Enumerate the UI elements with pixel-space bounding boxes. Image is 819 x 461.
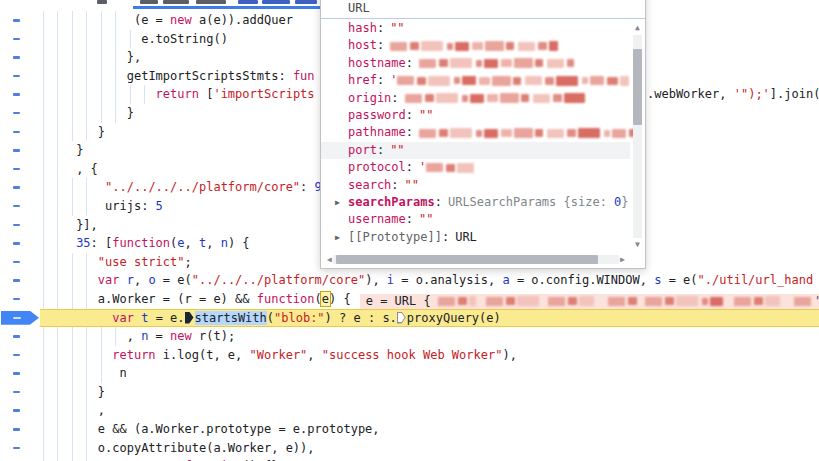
scrollbar-thumb[interactable]	[633, 49, 642, 125]
breakpoint-gutter[interactable]	[0, 234, 40, 253]
code-line-content[interactable]: n	[40, 364, 819, 383]
expand-arrow-icon[interactable]: ▶	[335, 194, 348, 211]
breakpoint-gutter[interactable]	[0, 290, 40, 309]
gutter-dash[interactable]	[13, 93, 20, 96]
gutter-dash[interactable]	[13, 335, 20, 338]
property-value: URL	[455, 229, 477, 246]
execution-line[interactable]: var t = e.startsWith("blob:") ? e : s.pr…	[0, 309, 819, 328]
breakpoint-gutter[interactable]	[0, 104, 40, 123]
code-line-content[interactable]: , n = new r(t);	[40, 327, 819, 346]
breakpoint-gutter[interactable]	[0, 271, 40, 290]
property-row: pathname:	[321, 124, 630, 141]
breakpoint-gutter[interactable]	[0, 309, 40, 328]
gutter-dash[interactable]	[13, 56, 20, 59]
gutter-dash[interactable]	[13, 261, 20, 264]
inline-breakpoint-icon-filled[interactable]	[185, 312, 194, 324]
property-name: port	[348, 142, 377, 159]
gutter-dash[interactable]	[13, 372, 20, 375]
breakpoint-gutter[interactable]	[0, 141, 40, 160]
breakpoint-gutter[interactable]	[0, 178, 40, 197]
breakpoint-gutter[interactable]	[0, 48, 40, 67]
indent-guide	[72, 383, 73, 402]
code-line-content[interactable]: }	[40, 383, 819, 402]
code-line-content[interactable]: ,	[40, 401, 819, 420]
gutter-dash[interactable]	[13, 38, 20, 41]
gutter-dash[interactable]	[13, 298, 20, 301]
code-line[interactable]: return i.log(t, e, "Worker", "success ho…	[0, 346, 819, 365]
breakpoint-gutter[interactable]	[0, 346, 40, 365]
indent-guide	[43, 48, 44, 67]
breakpoint-gutter[interactable]	[0, 160, 40, 179]
breakpoint-gutter[interactable]	[0, 216, 40, 235]
breakpoint-gutter[interactable]	[0, 85, 40, 104]
gutter-dash[interactable]	[13, 447, 20, 450]
code-line[interactable]: }	[0, 383, 819, 402]
gutter-dash[interactable]	[13, 391, 20, 394]
property-row: protocol:'	[321, 159, 630, 176]
gutter-dash[interactable]	[13, 279, 20, 282]
indent-guide	[72, 327, 73, 346]
gutter-dash[interactable]	[13, 242, 20, 245]
scroll-right-icon[interactable]: ▶	[616, 255, 629, 265]
clipped-text-fragment	[163, 0, 189, 4]
gutter-dash[interactable]	[13, 131, 20, 134]
breakpoint-gutter[interactable]	[0, 327, 40, 346]
code-line[interactable]: ,	[0, 401, 819, 420]
code-line[interactable]: e && (a.Worker.prototype = e.prototype,	[0, 420, 819, 439]
code-line[interactable]: o.copyAttribute(a.Worker, e)),	[0, 439, 819, 458]
gutter-dash[interactable]	[13, 168, 20, 171]
code-line[interactable]: a.Worker = (r = e) && function(e) {e = U…	[0, 290, 819, 309]
property-name: hash	[348, 20, 377, 37]
breakpoint-gutter[interactable]	[0, 420, 40, 439]
horizontal-scrollbar[interactable]: ◀ ▶	[323, 253, 629, 266]
breakpoint-gutter[interactable]	[0, 197, 40, 216]
property-row[interactable]: ▶[[Prototype]]:URL	[321, 229, 630, 246]
code-line-content[interactable]: var t = e.startsWith("blob:") ? e : s.pr…	[40, 309, 819, 328]
breakpoint-gutter[interactable]	[0, 383, 40, 402]
code-line[interactable]: , n = new r(t);	[0, 327, 819, 346]
gutter-dash[interactable]	[13, 19, 20, 22]
code-line-content[interactable]: return i.log(t, e, "Worker", "success ho…	[40, 346, 819, 365]
inline-breakpoint-icon-outline[interactable]	[397, 312, 406, 324]
breakpoint-gutter[interactable]	[0, 67, 40, 86]
breakpoint-gutter[interactable]	[0, 11, 40, 30]
indent-guide	[57, 67, 58, 86]
gutter-dash[interactable]	[13, 75, 20, 78]
indent-guide	[72, 439, 73, 458]
code-line-content[interactable]: t.exports = function() {}	[40, 457, 819, 461]
scroll-down-icon[interactable]: ▼	[631, 240, 644, 250]
property-row[interactable]: ▶searchParams:URLSearchParams {size: 0}	[321, 194, 630, 211]
code-line-content[interactable]: e && (a.Worker.prototype = e.prototype,	[40, 420, 819, 439]
code-line[interactable]: var r, o = e("../../../platform/core"), …	[0, 271, 819, 290]
code-line-content[interactable]: a.Worker = (r = e) && function(e) {e = U…	[40, 290, 819, 309]
property-value: ""	[419, 107, 433, 124]
property-name: searchParams	[348, 194, 435, 211]
code-line[interactable]: n	[0, 364, 819, 383]
scroll-up-icon[interactable]: ▲	[631, 23, 644, 33]
breakpoint-gutter[interactable]	[0, 401, 40, 420]
breakpoint-gutter[interactable]	[0, 30, 40, 49]
gutter-dash[interactable]	[13, 224, 20, 227]
expand-arrow-icon[interactable]: ▶	[335, 229, 348, 246]
indent-guide	[101, 104, 102, 123]
breakpoint-gutter[interactable]	[0, 253, 40, 272]
indent-guide	[43, 197, 44, 216]
gutter-dash[interactable]	[13, 149, 20, 152]
gutter-dash[interactable]	[13, 409, 20, 412]
gutter-dash[interactable]	[13, 354, 20, 357]
code-line-content[interactable]: var r, o = e("../../../platform/core"), …	[40, 271, 819, 290]
scrollbar-thumb[interactable]	[336, 255, 598, 264]
code-line[interactable]: t.exports = function() {}	[0, 457, 819, 461]
breakpoint-gutter[interactable]	[0, 123, 40, 142]
gutter-dash[interactable]	[13, 112, 20, 115]
breakpoint-gutter[interactable]	[0, 439, 40, 458]
code-line-content[interactable]: o.copyAttribute(a.Worker, e)),	[40, 439, 819, 458]
breakpoint-gutter[interactable]	[0, 457, 40, 461]
gutter-dash[interactable]	[13, 186, 20, 189]
gutter-dash[interactable]	[13, 428, 20, 431]
gutter-dash[interactable]	[13, 205, 20, 208]
breakpoint-gutter[interactable]	[0, 364, 40, 383]
vertical-scrollbar[interactable]: ▲ ▼	[631, 23, 644, 250]
devtools-sources-panel: (e = new a(e)).addQuer e.toString() }, g…	[0, 0, 819, 461]
indent-guide	[86, 420, 87, 439]
